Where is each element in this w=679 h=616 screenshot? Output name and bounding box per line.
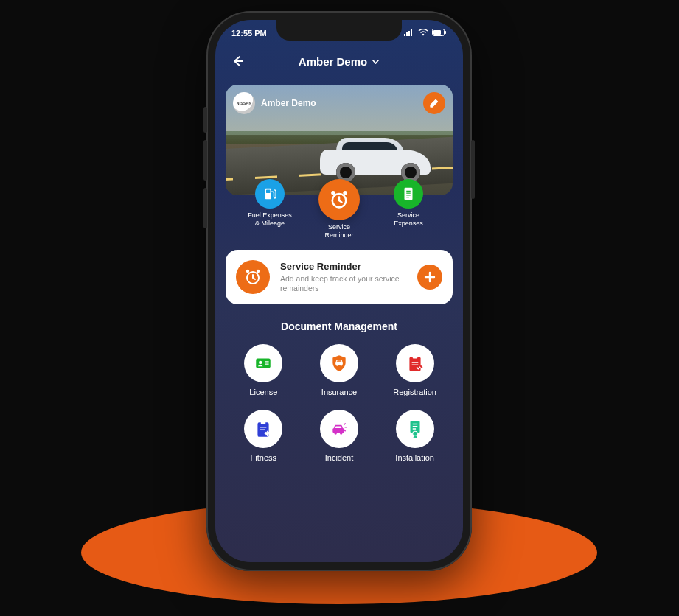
wifi-icon: [418, 29, 428, 38]
receipt-icon: [394, 179, 423, 209]
doc-item-installation[interactable]: Installation: [380, 410, 450, 462]
tab-label: ServiceReminder: [324, 223, 353, 239]
svg-rect-1: [406, 32, 408, 36]
id-card-icon: [244, 344, 282, 382]
phone-side-switch: [203, 107, 207, 133]
svg-rect-19: [335, 362, 343, 365]
document-section-title: Document Management: [226, 321, 453, 332]
phone-frame: 12:55 PM Amber Demo: [206, 11, 472, 571]
svg-rect-0: [404, 34, 405, 36]
document-grid: License Insurance Registration Fitness I…: [226, 344, 453, 462]
svg-rect-22: [409, 357, 420, 371]
clipboard-check-icon: [396, 344, 434, 382]
svg-rect-3: [411, 29, 412, 36]
doc-label: Insurance: [321, 388, 357, 396]
svg-point-31: [412, 431, 417, 436]
tab-label: Fuel Expenses& Mileage: [248, 211, 292, 228]
hero-car: [320, 138, 431, 182]
edit-vehicle-button[interactable]: [423, 92, 445, 114]
phone-volume-up: [203, 140, 207, 181]
clock-icon: [236, 260, 270, 294]
car-crash-icon: [320, 410, 358, 448]
card-subtitle: Add and keep track of your service remai…: [280, 274, 407, 293]
certificate-icon: [396, 410, 434, 448]
svg-point-20: [336, 365, 338, 366]
doc-label: Fitness: [251, 453, 276, 462]
header-title-dropdown[interactable]: Amber Demo: [299, 55, 380, 68]
header-title-text: Amber Demo: [299, 55, 367, 68]
tab-clock[interactable]: ServiceReminder: [312, 179, 366, 239]
svg-point-28: [334, 432, 336, 434]
svg-point-21: [341, 365, 342, 366]
svg-rect-23: [412, 355, 417, 358]
fuel-icon: [255, 179, 285, 209]
plus-icon: [423, 270, 436, 284]
doc-item-insurance[interactable]: Insurance: [304, 344, 375, 396]
vehicle-name: Amber Demo: [261, 98, 316, 108]
doc-label: Incident: [325, 453, 354, 462]
doc-item-registration[interactable]: Registration: [380, 344, 450, 396]
svg-rect-7: [433, 30, 441, 35]
back-button[interactable]: [227, 51, 248, 71]
svg-rect-27: [332, 428, 344, 433]
doc-item-incident[interactable]: Incident: [304, 410, 375, 462]
tab-receipt[interactable]: ServiceExpenses: [381, 179, 436, 228]
card-title: Service Reminder: [280, 261, 407, 272]
svg-point-4: [422, 34, 425, 36]
pencil-icon: [429, 98, 439, 108]
arrow-left-icon: [230, 54, 245, 69]
battery-icon: [432, 29, 447, 38]
phone-volume-down: [203, 188, 207, 228]
svg-point-12: [343, 191, 347, 195]
doc-label: Installation: [395, 453, 434, 462]
chevron-down-icon: [372, 57, 380, 66]
svg-point-16: [257, 270, 260, 273]
doc-label: License: [249, 388, 277, 396]
app-header: Amber Demo: [215, 46, 463, 76]
clock-icon: [318, 179, 360, 220]
brand-logo: NISSAN: [233, 92, 255, 114]
tab-label: ServiceExpenses: [394, 211, 423, 228]
clipboard-gear-icon: [244, 410, 282, 448]
status-time: 12:55 PM: [231, 29, 267, 38]
phone-notch: [276, 20, 402, 41]
svg-rect-13: [405, 188, 413, 200]
svg-point-15: [246, 270, 249, 273]
signal-icon: [404, 29, 414, 38]
app-screen: 12:55 PM Amber Demo: [215, 20, 463, 562]
doc-item-license[interactable]: License: [229, 344, 299, 396]
add-reminder-button[interactable]: [417, 265, 442, 290]
doc-label: Registration: [393, 388, 436, 396]
svg-rect-17: [257, 359, 271, 368]
category-tabs: Fuel Expenses& Mileage ServiceReminder S…: [226, 179, 453, 239]
svg-point-29: [340, 432, 342, 434]
svg-rect-6: [445, 31, 447, 34]
tab-fuel[interactable]: Fuel Expenses& Mileage: [243, 179, 297, 228]
service-reminder-card: Service Reminder Add and keep track of y…: [226, 250, 453, 304]
svg-rect-25: [261, 421, 266, 424]
svg-point-18: [259, 361, 262, 364]
phone-power-button: [471, 140, 475, 199]
svg-point-11: [331, 191, 335, 195]
doc-item-fitness[interactable]: Fitness: [229, 410, 299, 462]
svg-rect-2: [408, 31, 410, 36]
shield-car-icon: [320, 344, 358, 382]
main-scroll[interactable]: NISSAN Amber Demo Fuel Expenses& Mileage…: [215, 79, 463, 562]
svg-rect-9: [266, 190, 271, 194]
